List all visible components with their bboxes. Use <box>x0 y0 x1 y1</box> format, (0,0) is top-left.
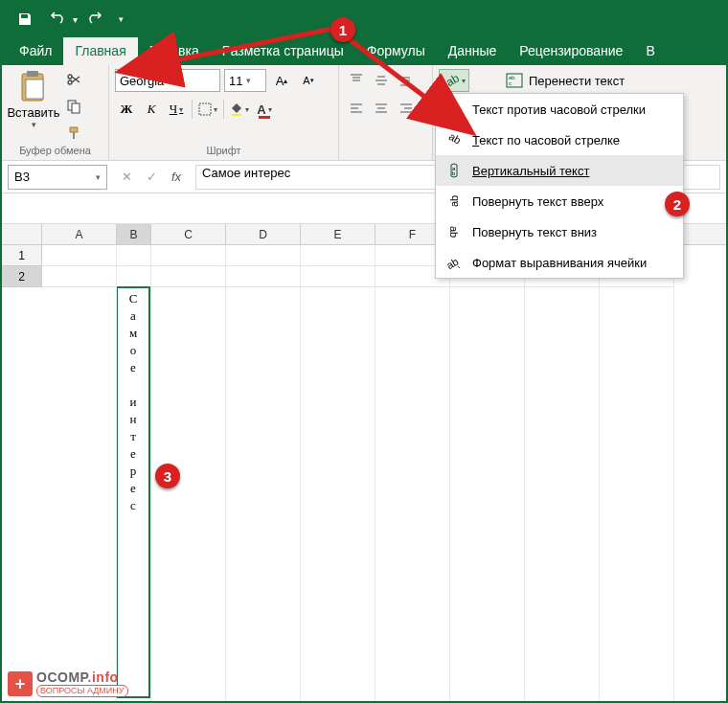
save-button[interactable] <box>10 6 40 33</box>
accept-formula-button[interactable]: ✓ <box>140 166 163 189</box>
cell[interactable] <box>151 245 226 266</box>
tab-home[interactable]: Главная <box>63 37 137 65</box>
tab-view-cut[interactable]: В <box>634 37 666 65</box>
decrease-font-button[interactable]: A▾ <box>297 69 320 92</box>
row-header-1[interactable]: 1 <box>2 245 42 266</box>
cell[interactable] <box>117 266 151 287</box>
name-box[interactable]: B3 ▾ <box>8 165 107 190</box>
col-header-B[interactable]: B <box>117 224 151 244</box>
redo-button[interactable] <box>80 6 110 33</box>
wrap-text-button[interactable]: abc Перенести текст <box>500 69 630 92</box>
align-center-button[interactable] <box>370 98 393 121</box>
copy-button[interactable] <box>63 96 84 117</box>
watermark-icon: + <box>8 671 33 696</box>
orientation-button[interactable]: ab ▾ <box>439 69 469 92</box>
align-left-button[interactable] <box>345 98 368 121</box>
separator <box>223 100 224 119</box>
svg-rect-2 <box>26 79 43 99</box>
paste-button[interactable]: Вставить ▾ <box>8 69 59 144</box>
menu-text-ccw[interactable]: ab Текст против часовой стрелки <box>436 94 683 125</box>
undo-button[interactable] <box>42 6 73 33</box>
select-all-corner[interactable] <box>2 224 42 244</box>
watermark-sub: ВОПРОСЫ АДМИНУ <box>36 685 128 697</box>
vertical-cell-text: Самое интерес <box>122 290 145 516</box>
tab-insert[interactable]: Вставка <box>138 37 211 65</box>
align-bottom-icon <box>398 73 414 88</box>
fill-color-button[interactable] <box>228 98 251 121</box>
format-icon: ab <box>445 254 463 271</box>
copy-icon <box>66 99 81 114</box>
align-left-icon <box>349 102 364 117</box>
tab-formulas[interactable]: Формулы <box>355 37 437 65</box>
col-header-A[interactable]: A <box>42 224 117 244</box>
menu-rotate-down[interactable]: ab Повернуть текст вниз <box>436 216 683 247</box>
undo-dropdown[interactable]: ▾ <box>73 14 78 25</box>
svg-text:ab: ab <box>448 226 460 238</box>
bold-button[interactable]: Ж <box>115 98 138 121</box>
align-right-button[interactable] <box>395 98 418 121</box>
rotate-cw-icon: ab <box>445 131 463 148</box>
customize-qat-button[interactable]: ▾ <box>112 6 129 33</box>
menu-label: Текст по часовой стрелке <box>472 133 620 147</box>
group-title-font: Шрифт <box>115 145 332 158</box>
col-header-C[interactable]: C <box>151 224 226 244</box>
tab-file[interactable]: Файл <box>8 37 63 65</box>
underline-button[interactable]: Ч <box>165 98 188 121</box>
menu-label: Формат выравнивания ячейки <box>472 256 647 270</box>
cut-button[interactable] <box>63 69 84 90</box>
watermark: + OCOMP.info ВОПРОСЫ АДМИНУ <box>8 670 128 697</box>
group-clipboard: Вставить ▾ Буфер обмена <box>2 65 109 160</box>
cell[interactable] <box>42 266 117 287</box>
menu-format-alignment[interactable]: ab Формат выравнивания ячейки <box>436 247 683 278</box>
cell[interactable] <box>226 266 301 287</box>
border-button[interactable] <box>196 98 219 121</box>
col-header-D[interactable]: D <box>226 224 301 244</box>
tab-review[interactable]: Рецензирование <box>508 37 634 65</box>
italic-button[interactable]: К <box>140 98 163 121</box>
align-top-button[interactable] <box>345 69 368 92</box>
paste-label: Вставить <box>7 105 59 120</box>
group-title-clipboard: Буфер обмена <box>8 145 102 158</box>
callout-badge-2: 2 <box>665 192 690 216</box>
cell[interactable] <box>117 245 151 266</box>
cell[interactable] <box>226 245 301 266</box>
scissors-icon <box>66 72 81 87</box>
increase-font-button[interactable]: A▴ <box>270 69 293 92</box>
cell[interactable] <box>151 266 226 287</box>
x-icon: ✕ <box>122 170 132 184</box>
font-name-combo[interactable]: Georgia▾ <box>115 69 220 92</box>
wrap-text-icon: abc <box>506 72 523 89</box>
font-size-combo[interactable]: 11▾ <box>224 69 266 92</box>
align-right-icon <box>398 102 414 117</box>
cell[interactable] <box>301 266 375 287</box>
col-header-E[interactable]: E <box>301 224 375 244</box>
svg-rect-5 <box>199 103 211 115</box>
format-painter-button[interactable] <box>63 123 84 144</box>
watermark-suffix: .info <box>88 669 119 685</box>
brush-icon <box>66 125 81 141</box>
insert-function-button[interactable]: fx <box>165 166 188 189</box>
tab-pagelayout[interactable]: Разметка страницы <box>211 37 355 65</box>
menu-text-vertical[interactable]: ab Вертикальный текст <box>436 155 683 186</box>
tab-data[interactable]: Данные <box>437 37 509 65</box>
cell[interactable] <box>42 245 117 266</box>
align-middle-button[interactable] <box>370 69 393 92</box>
menu-label: Вертикальный текст <box>472 164 589 178</box>
menu-text-cw[interactable]: ab Текст по часовой стрелке <box>436 125 683 155</box>
svg-text:ab: ab <box>444 72 461 89</box>
active-cell[interactable]: Самое интерес <box>116 286 150 698</box>
callout-badge-1: 1 <box>330 17 355 42</box>
orientation-menu: ab Текст против часовой стрелки ab Текст… <box>435 93 684 279</box>
svg-text:ab: ab <box>448 195 460 207</box>
svg-rect-4 <box>72 103 80 113</box>
cell[interactable] <box>301 245 375 266</box>
row-header-2[interactable]: 2 <box>2 266 42 287</box>
font-color-button[interactable]: A <box>253 98 276 121</box>
align-bottom-button[interactable] <box>395 69 418 92</box>
redo-icon <box>87 11 102 27</box>
cancel-formula-button[interactable]: ✕ <box>115 166 138 189</box>
check-icon: ✓ <box>147 170 157 184</box>
menu-rotate-up[interactable]: ab Повернуть текст вверх <box>436 186 683 216</box>
spreadsheet-grid[interactable]: ABCDEFGHI 12 Самое интерес <box>2 224 726 701</box>
ribbon-tabs: Файл Главная Вставка Разметка страницы Ф… <box>2 36 726 65</box>
